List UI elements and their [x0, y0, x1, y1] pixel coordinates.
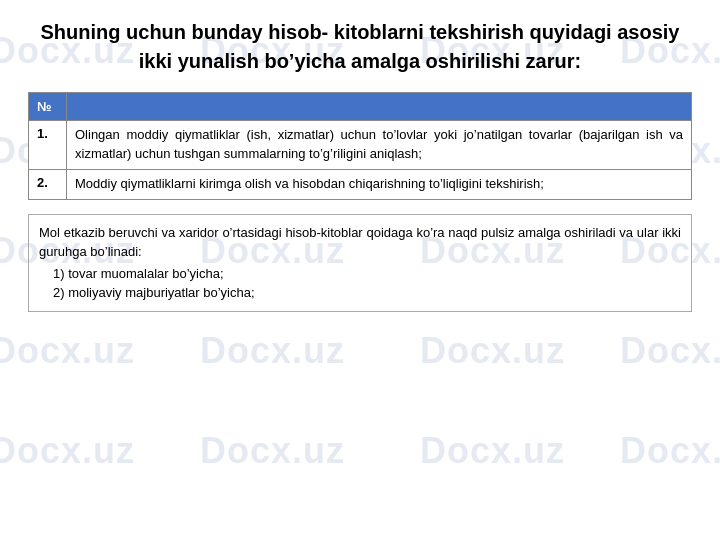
table-row: 1.Olingan moddiy qiymatliklar (ish, xizm… [29, 121, 692, 170]
bottom-section: Mol etkazib beruvchi va xaridor o’rtasid… [28, 214, 692, 312]
bottom-list: 1) tovar muomalalar bo’yicha;2) moliyavi… [39, 264, 681, 303]
bottom-paragraph: Mol etkazib beruvchi va xaridor o’rtasid… [39, 223, 681, 262]
table-header-row: № [29, 93, 692, 121]
row-content-cell: Olingan moddiy qiymatliklar (ish, xizmat… [67, 121, 692, 170]
watermark-text: Docx.uz [200, 430, 345, 472]
watermark-text: Docx.uz [0, 330, 135, 372]
header-content-col [67, 93, 692, 121]
table-body: 1.Olingan moddiy qiymatliklar (ish, xizm… [29, 121, 692, 200]
watermark-text: Docx.uz [0, 430, 135, 472]
watermark-text: Docx.uz [420, 430, 565, 472]
watermark-text: Docx.uz [200, 330, 345, 372]
watermark-text: Docx.uz [420, 330, 565, 372]
row-num-cell: 1. [29, 121, 67, 170]
main-table: № 1.Olingan moddiy qiymatliklar (ish, xi… [28, 92, 692, 200]
watermark-text: Docx.uz [620, 330, 720, 372]
row-num-cell: 2. [29, 169, 67, 199]
content-wrapper: Shuning uchun bunday hisob- kitoblarni t… [0, 0, 720, 328]
bottom-list-item: 1) tovar muomalalar bo’yicha; [39, 264, 681, 284]
table-row: 2.Moddiy qiymatliklarni kirimga olish va… [29, 169, 692, 199]
bottom-list-item: 2) moliyaviy majburiyatlar bo’yicha; [39, 283, 681, 303]
row-content-cell: Moddiy qiymatliklarni kirimga olish va h… [67, 169, 692, 199]
watermark-text: Docx.uz [620, 430, 720, 472]
header-num-col: № [29, 93, 67, 121]
page-title: Shuning uchun bunday hisob- kitoblarni t… [28, 18, 692, 76]
